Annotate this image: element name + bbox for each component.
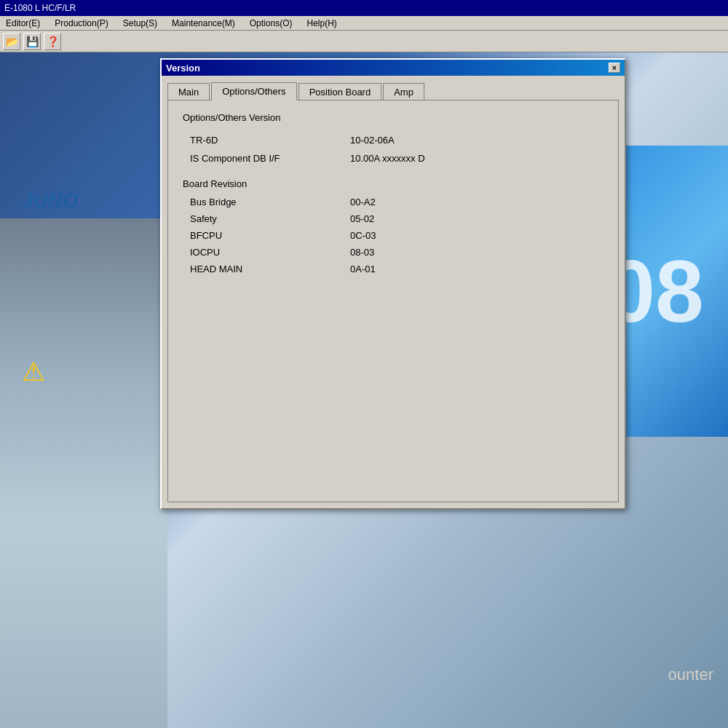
board-row-head-main: HEAD MAIN 0A-01 <box>183 264 604 274</box>
safety-value: 05-02 <box>350 213 374 224</box>
menu-options[interactable]: Options(O) <box>247 17 296 29</box>
tab-amp[interactable]: Amp <box>383 83 424 100</box>
dialog-title: Version <box>166 63 200 74</box>
iocpu-value: 08-03 <box>350 247 374 258</box>
version-row-tr6d: TR-6D 10-02-06A <box>183 135 604 146</box>
menu-production[interactable]: Production(P) <box>52 17 111 29</box>
toolbar-btn-2[interactable]: 💾 <box>23 33 41 50</box>
tab-position-board[interactable]: Position Board <box>298 83 382 100</box>
title-bar: E-1080 L HC/F/LR <box>0 0 728 16</box>
warning-icon: ⚠ <box>22 357 45 387</box>
toolbar-btn-3[interactable]: ❓ <box>44 33 61 50</box>
safety-label: Safety <box>190 213 350 224</box>
board-row-iocpu: IOCPU 08-03 <box>183 247 604 258</box>
open-icon: 📂 <box>6 36 18 47</box>
toolbar: 📂 💾 ❓ <box>0 31 728 52</box>
tr6d-value: 10-02-06A <box>350 135 395 146</box>
menu-help[interactable]: Help(H) <box>304 17 339 29</box>
iocpu-label: IOCPU <box>190 247 350 258</box>
counter-text: ounter <box>668 665 713 684</box>
isdb-value: 10.00A xxxxxxx D <box>350 153 425 164</box>
version-dialog: Version × Main Options/Others Position B… <box>160 58 626 510</box>
menu-setup[interactable]: Setup(S) <box>120 17 160 29</box>
dialog-content: Main Options/Others Position Board Amp O… <box>162 76 625 508</box>
board-row-safety: Safety 05-02 <box>183 213 604 224</box>
isdb-label: IS Component DB I/F <box>190 153 350 164</box>
bus-bridge-value: 00-A2 <box>350 197 376 207</box>
dialog-title-bar: Version × <box>162 60 625 76</box>
tr6d-label: TR-6D <box>190 135 350 146</box>
bus-bridge-label: Bus Bridge <box>190 197 350 207</box>
app-title: E-1080 L HC/F/LR <box>4 3 76 13</box>
tab-content-options-others: Options/Others Version TR-6D 10-02-06A I… <box>167 100 619 502</box>
tab-options-others[interactable]: Options/Others <box>211 82 296 100</box>
toolbar-btn-1[interactable]: 📂 <box>3 33 20 50</box>
bfcpu-label: BFCPU <box>190 230 350 241</box>
version-row-isdb: IS Component DB I/F 10.00A xxxxxxx D <box>183 153 604 164</box>
tab-main[interactable]: Main <box>167 83 210 100</box>
dialog-close-button[interactable]: × <box>609 63 620 73</box>
board-revision-title: Board Revision <box>183 178 604 189</box>
board-revision-section: Board Revision Bus Bridge 00-A2 Safety 0… <box>183 178 604 274</box>
bfcpu-value: 0C-03 <box>350 230 376 241</box>
dialog-container: Version × Main Options/Others Position B… <box>160 58 626 510</box>
save-icon: 💾 <box>26 36 39 47</box>
menu-maintenance[interactable]: Maintenance(M) <box>169 17 238 29</box>
menu-bar: Editor(E) Production(P) Setup(S) Mainten… <box>0 16 728 31</box>
help-icon: ❓ <box>47 36 59 47</box>
menu-editor[interactable]: Editor(E) <box>3 17 43 29</box>
board-row-bus-bridge: Bus Bridge 00-A2 <box>183 197 604 207</box>
head-main-label: HEAD MAIN <box>190 264 350 274</box>
head-main-value: 0A-01 <box>350 264 376 274</box>
tab-bar: Main Options/Others Position Board Amp <box>167 82 619 100</box>
board-row-bfcpu: BFCPU 0C-03 <box>183 230 604 241</box>
section-title: Options/Others Version <box>183 112 604 123</box>
